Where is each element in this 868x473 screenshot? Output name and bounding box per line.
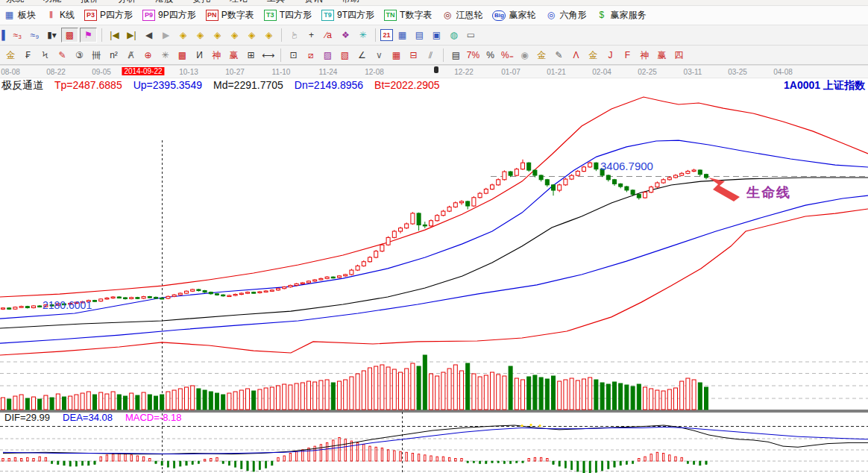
indicator-name: 极反通道 xyxy=(1,79,43,93)
candlestick-series xyxy=(1,160,708,310)
indicator-md: Md=2291.7705 xyxy=(213,79,283,93)
volume-series xyxy=(1,355,708,410)
indicator-bt: Bt=2022.2905 xyxy=(374,79,440,93)
lifeline-annotation: 生命线 xyxy=(746,184,791,201)
dea-value: DEA=34.08 xyxy=(63,412,113,423)
dif-value: DIF=29.99 xyxy=(4,412,50,423)
chart-canvas[interactable] xyxy=(0,0,868,473)
channel-line-md xyxy=(0,178,868,328)
macd-value: MACD=-8.18 xyxy=(125,412,182,423)
price-label-right: 3406.7900 xyxy=(600,160,653,172)
channel-line-dn xyxy=(0,195,868,343)
channel-line-up xyxy=(0,140,868,319)
indicator-tp: Tp=2487.6885 xyxy=(54,79,122,93)
price-label-left: 2180.6001 xyxy=(43,299,92,311)
symbol-label: 1A0001 上证指数 xyxy=(784,79,865,93)
channel-line-bt xyxy=(0,209,868,355)
macd-gridlines xyxy=(0,427,868,472)
indicator-up: Up=2395.3549 xyxy=(133,79,202,93)
indicator-dn: Dn=2149.8956 xyxy=(295,79,363,93)
macd-header: DIF=29.99 DEA=34.08 MACD=-8.18 xyxy=(4,412,181,423)
indicator-header: 极反通道 Tp=2487.6885 Up=2395.3549 Md=2291.7… xyxy=(1,79,440,93)
cursor-lines xyxy=(163,140,403,473)
trading-app-window: { "menu": {"items": ["系统","功能","报价","分析"… xyxy=(0,0,868,473)
